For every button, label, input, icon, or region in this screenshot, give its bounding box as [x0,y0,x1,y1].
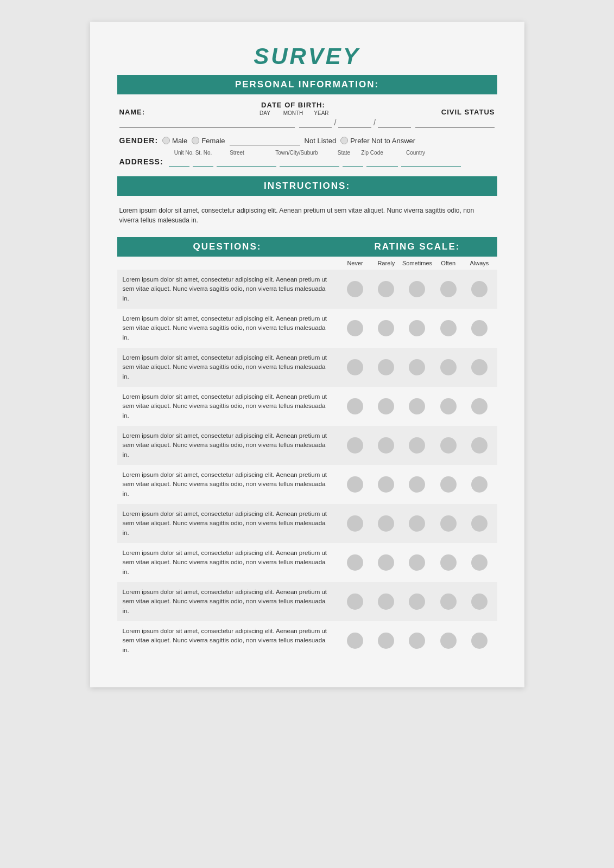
bubble-q4-never[interactable] [347,398,363,414]
bubble-q3-never[interactable] [347,359,363,375]
rating-sometimes: Sometimes [402,260,433,266]
bubble-q10-never[interactable] [347,633,363,649]
qr-header-row: QUESTIONS: RATING SCALE: [117,237,497,257]
address-unit-input[interactable] [169,157,189,167]
gender-other-input-line[interactable] [230,136,300,145]
bubble-q8-never[interactable] [347,554,363,571]
survey-page: SURVEY PERSONAL INFORMATION: NAME: DATE … [90,22,524,687]
address-town-input[interactable] [280,157,339,167]
bubble-q6-never[interactable] [347,476,363,493]
instructions-header: INSTRUCTIONS: [117,176,497,196]
bubble-q1-always[interactable] [471,281,488,297]
bubble-q4-always[interactable] [471,398,488,414]
bubble-q8-sometimes[interactable] [409,554,425,571]
bubble-q7-often[interactable] [440,515,457,532]
personal-info-section: NAME: DATE OF BIRTH: DAY MONTH YEAR CIVI… [117,101,497,167]
bubble-q4-often[interactable] [440,398,457,414]
question-row-6: Lorem ipsum dolor sit amet, consectetur … [117,465,497,504]
dob-month-label: MONTH [279,110,307,116]
bubble-q10-sometimes[interactable] [409,633,425,649]
dob-year-label: YEAR [307,110,336,116]
bubble-q9-sometimes[interactable] [409,593,425,610]
question-row-8: Lorem ipsum dolor sit amet, consectetur … [117,543,497,582]
bubble-q1-rarely[interactable] [378,281,394,297]
bubble-q10-rarely[interactable] [378,633,394,649]
address-stno-input[interactable] [193,157,213,167]
question-text-10: Lorem ipsum dolor sit amet, consectetur … [117,622,338,659]
instructions-text: Lorem ipsum dolor sit amet, consectetur … [117,202,497,228]
dob-year-input[interactable] [378,118,411,128]
bubble-q6-always[interactable] [471,476,488,493]
prefer-not-option[interactable]: Prefer Not to Answer [340,137,415,145]
bubble-q6-sometimes[interactable] [409,476,425,493]
civil-status-input-line[interactable] [415,118,495,128]
bubble-q7-never[interactable] [347,515,363,532]
address-country-input[interactable] [401,157,461,167]
rating-often: Often [433,260,464,266]
bubble-q7-rarely[interactable] [378,515,394,532]
bubble-q9-rarely[interactable] [378,593,394,610]
bubble-q10-always[interactable] [471,633,488,649]
addr-town-label: Town/City/Suburb [262,150,332,156]
rating-bubbles-1 [338,277,497,302]
question-row-1: Lorem ipsum dolor sit amet, consectetur … [117,270,497,309]
gender-male-option[interactable]: Male [162,137,187,145]
bubble-q5-never[interactable] [347,437,363,454]
bubble-q1-sometimes[interactable] [409,281,425,297]
gender-male-radio[interactable] [162,137,170,144]
bubble-q5-sometimes[interactable] [409,437,425,454]
bubble-q3-sometimes[interactable] [409,359,425,375]
bubble-q2-never[interactable] [347,320,363,336]
gender-female-radio[interactable] [192,137,199,144]
bubble-q2-often[interactable] [440,320,457,336]
bubble-q8-rarely[interactable] [378,554,394,571]
question-row-9: Lorem ipsum dolor sit amet, consectetur … [117,582,497,621]
bubble-q5-always[interactable] [471,437,488,454]
address-zip-input[interactable] [366,157,398,167]
bubble-q1-often[interactable] [440,281,457,297]
bubble-q6-often[interactable] [440,476,457,493]
bubble-q2-always[interactable] [471,320,488,336]
dob-label: DATE OF BIRTH: [261,101,325,109]
bubble-q5-often[interactable] [440,437,457,454]
bubble-q3-often[interactable] [440,359,457,375]
bubble-q6-rarely[interactable] [378,476,394,493]
bubble-q8-always[interactable] [471,554,488,571]
bubble-q2-sometimes[interactable] [409,320,425,336]
address-street-input[interactable] [217,157,276,167]
question-text-9: Lorem ipsum dolor sit amet, consectetur … [117,583,338,620]
rating-labels-row: Never Rarely Sometimes Often Always [117,257,497,270]
bubble-q7-always[interactable] [471,515,488,532]
dob-group: DATE OF BIRTH: DAY MONTH YEAR [251,101,336,116]
bubble-q9-always[interactable] [471,593,488,610]
bubble-q3-rarely[interactable] [378,359,394,375]
dob-day-input[interactable] [299,118,332,128]
dob-month-input[interactable] [338,118,371,128]
address-state-input[interactable] [343,157,363,167]
bubble-q10-often[interactable] [440,633,457,649]
question-text-5: Lorem ipsum dolor sit amet, consectetur … [117,427,338,464]
bubble-q2-rarely[interactable] [378,320,394,336]
pi-labels-row: NAME: DATE OF BIRTH: DAY MONTH YEAR CIVI… [117,101,497,116]
bubble-q9-often[interactable] [440,593,457,610]
question-text-3: Lorem ipsum dolor sit amet, consectetur … [117,349,338,386]
question-row-4: Lorem ipsum dolor sit amet, consectetur … [117,387,497,426]
address-label: ADDRESS: [119,157,163,166]
question-row-2: Lorem ipsum dolor sit amet, consectetur … [117,309,497,348]
bubble-q4-sometimes[interactable] [409,398,425,414]
bubble-q4-rarely[interactable] [378,398,394,414]
questions-spacer [117,257,338,270]
bubble-q5-rarely[interactable] [378,437,394,454]
addr-zip-label: Zip Code [356,150,389,156]
name-input-line[interactable] [119,118,295,128]
bubble-q9-never[interactable] [347,593,363,610]
question-row-7: Lorem ipsum dolor sit amet, consectetur … [117,504,497,543]
gender-female-option[interactable]: Female [192,137,225,145]
prefer-not-radio[interactable] [340,137,348,144]
rating-bubbles-10 [338,628,497,653]
questions-header: QUESTIONS: [117,237,338,257]
bubble-q1-never[interactable] [347,281,363,297]
bubble-q3-always[interactable] [471,359,488,375]
bubble-q8-often[interactable] [440,554,457,571]
bubble-q7-sometimes[interactable] [409,515,425,532]
